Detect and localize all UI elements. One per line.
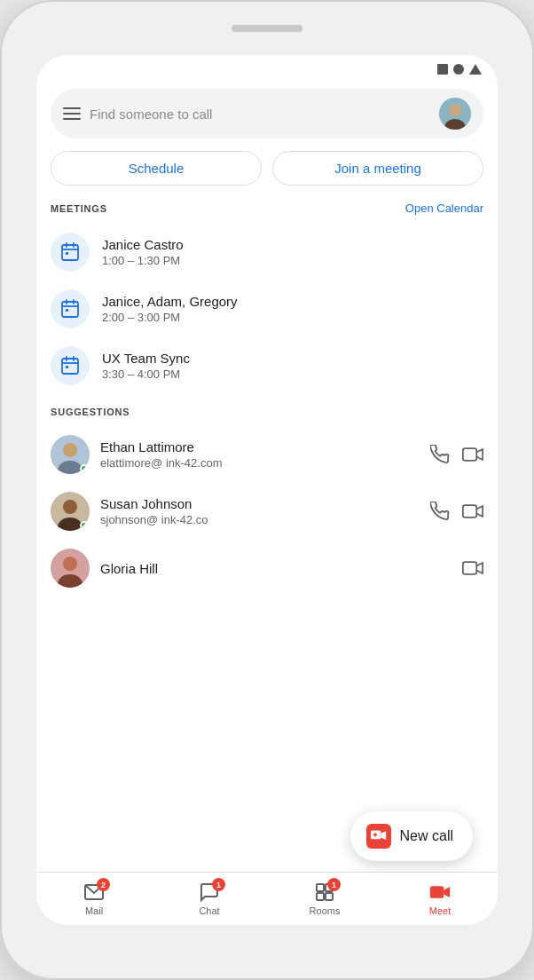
meeting-name: Janice, Adam, Gregory <box>102 294 483 309</box>
suggestions-section: SUGGESTIONS Ethan Lattimore ela <box>51 407 483 597</box>
new-call-label: New call <box>400 828 453 844</box>
svg-rect-36 <box>317 893 324 900</box>
hamburger-menu-icon[interactable] <box>63 107 81 120</box>
contact-info: Gloria Hill <box>100 561 452 576</box>
svg-rect-38 <box>430 886 444 898</box>
meeting-info: Janice Castro 1:00 – 1:30 PM <box>102 237 483 267</box>
status-icon-circle <box>453 64 464 75</box>
svg-rect-25 <box>463 505 476 518</box>
meeting-item[interactable]: Janice, Adam, Gregory 2:00 – 3:00 PM <box>51 281 483 337</box>
phone-screen: Find someone to call Schedule Join a mee… <box>36 55 498 925</box>
contact-avatar-susan <box>51 492 90 531</box>
contact-email: elattimore@ ink-42.com <box>100 456 420 470</box>
meetings-section-header: MEETINGS Open Calendar <box>51 202 483 215</box>
contact-name: Susan Johnson <box>100 496 420 511</box>
meeting-time: 3:30 – 4:00 PM <box>102 368 483 381</box>
chat-icon-wrap: 1 <box>199 881 220 903</box>
meeting-item[interactable]: Janice Castro 1:00 – 1:30 PM <box>51 224 483 281</box>
meeting-item[interactable]: UX Team Sync 3:30 – 4:00 PM <box>51 337 483 394</box>
mail-nav-label: Mail <box>85 905 103 916</box>
contact-name: Gloria Hill <box>100 561 452 576</box>
svg-rect-37 <box>326 893 333 900</box>
status-bar <box>36 55 498 78</box>
user-avatar[interactable] <box>439 98 471 130</box>
calendar-icon <box>59 355 81 376</box>
calendar-icon <box>59 241 81 263</box>
meeting-name: Janice Castro <box>102 237 483 252</box>
rooms-nav-label: Rooms <box>310 905 341 916</box>
contact-actions <box>430 502 483 521</box>
bottom-nav: 2 Mail 1 Chat <box>36 872 498 925</box>
svg-point-27 <box>63 557 77 571</box>
meeting-time: 1:00 – 1:30 PM <box>102 254 483 267</box>
svg-rect-3 <box>62 245 78 260</box>
suggestion-item[interactable]: Susan Johnson sjohnson@ ink-42.co <box>51 483 483 540</box>
phone-call-button[interactable] <box>430 502 450 521</box>
contact-avatar-gloria <box>51 549 90 588</box>
online-dot <box>80 464 89 473</box>
suggestion-item[interactable]: Gloria Hill <box>51 540 483 597</box>
meet-icon <box>429 881 451 903</box>
contact-name: Ethan Lattimore <box>100 439 420 454</box>
phone-call-button[interactable] <box>430 445 450 464</box>
meeting-icon-bg <box>51 346 90 385</box>
suggestion-item[interactable]: Ethan Lattimore elattimore@ ink-42.com <box>51 426 483 483</box>
meeting-name: UX Team Sync <box>102 351 483 366</box>
meeting-info: UX Team Sync 3:30 – 4:00 PM <box>102 351 483 381</box>
contact-info: Ethan Lattimore elattimore@ ink-42.com <box>100 439 420 470</box>
meet-nav-label: Meet <box>429 905 451 916</box>
new-call-icon <box>366 824 391 849</box>
contact-actions <box>462 558 483 578</box>
contact-actions <box>430 445 483 464</box>
contact-info: Susan Johnson sjohnson@ ink-42.co <box>100 496 420 526</box>
phone-notch <box>232 25 302 32</box>
rooms-icon-wrap: 1 <box>314 881 335 903</box>
video-call-button[interactable] <box>462 502 483 521</box>
chat-badge: 1 <box>212 878 225 891</box>
svg-rect-21 <box>463 448 476 461</box>
meeting-icon-bg <box>51 289 90 328</box>
mail-icon-wrap: 2 <box>83 881 105 903</box>
search-bar[interactable]: Find someone to call <box>51 89 483 138</box>
new-call-fab[interactable]: New call <box>350 811 473 861</box>
status-icon-square <box>437 64 448 75</box>
svg-rect-7 <box>66 252 68 255</box>
video-call-button[interactable] <box>462 558 483 578</box>
svg-rect-13 <box>62 359 78 374</box>
meetings-section-title: MEETINGS <box>51 203 107 214</box>
contact-avatar-ethan <box>51 435 90 474</box>
contact-email: sjohnson@ ink-42.co <box>100 513 420 526</box>
nav-item-rooms[interactable]: 1 Rooms <box>267 878 382 916</box>
online-dot <box>80 521 89 530</box>
nav-item-meet[interactable]: Meet <box>382 878 498 916</box>
chat-nav-label: Chat <box>199 905 219 916</box>
action-buttons: Schedule Join a meeting <box>51 151 483 186</box>
video-call-button[interactable] <box>462 445 483 464</box>
suggestions-section-title: SUGGESTIONS <box>51 407 130 417</box>
rooms-badge: 1 <box>327 878 341 891</box>
nav-item-mail[interactable]: 2 Mail <box>36 878 152 916</box>
join-meeting-button[interactable]: Join a meeting <box>272 151 483 186</box>
open-calendar-link[interactable]: Open Calendar <box>405 202 483 215</box>
svg-rect-29 <box>463 562 476 574</box>
calendar-icon <box>59 298 81 320</box>
meeting-time: 2:00 – 3:00 PM <box>102 311 483 324</box>
meeting-info: Janice, Adam, Gregory 2:00 – 3:00 PM <box>102 294 483 324</box>
svg-rect-8 <box>62 302 78 317</box>
search-placeholder-text: Find someone to call <box>90 107 430 122</box>
svg-point-19 <box>63 443 77 457</box>
svg-rect-17 <box>66 366 68 368</box>
phone-frame: Find someone to call Schedule Join a mee… <box>0 0 534 980</box>
svg-rect-34 <box>317 884 324 891</box>
nav-item-chat[interactable]: 1 Chat <box>152 878 267 916</box>
suggestions-section-header: SUGGESTIONS <box>51 407 483 417</box>
status-icon-signal <box>469 64 482 75</box>
schedule-button[interactable]: Schedule <box>51 151 262 186</box>
new-call-button[interactable]: New call <box>350 811 473 861</box>
mail-badge: 2 <box>97 878 110 891</box>
svg-point-23 <box>63 500 77 514</box>
meeting-icon-bg <box>51 233 90 272</box>
meet-icon-wrap <box>429 881 451 903</box>
svg-point-1 <box>449 104 461 116</box>
main-content: Find someone to call Schedule Join a mee… <box>36 78 498 872</box>
